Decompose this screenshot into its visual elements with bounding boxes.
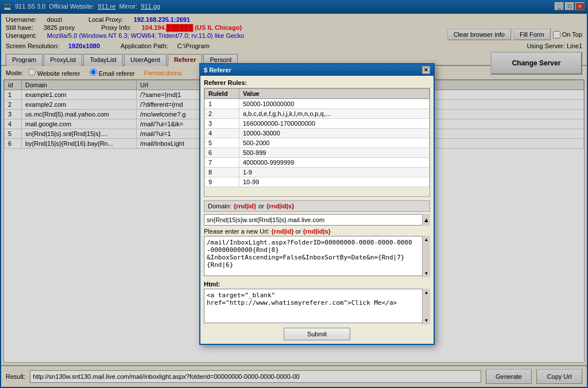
rule-row[interactable]: 5 500-2000	[205, 138, 430, 148]
referer-modal: $ Referer ✕ Referer Rules: RuleId Value	[199, 63, 435, 345]
domain-or: or	[258, 203, 264, 209]
rule-row[interactable]: 8 1-9	[205, 168, 430, 177]
rule-row[interactable]: 6 500-999	[205, 148, 430, 158]
rule-row[interactable]: 3 1660000000-1700000000	[205, 119, 430, 129]
url-textarea[interactable]	[204, 236, 430, 276]
url-or: or	[296, 228, 301, 235]
rule-row[interactable]: 4 10000-30000	[205, 129, 430, 138]
modal-body: Referer Rules: RuleId Value	[200, 76, 434, 344]
url-rnd-id: {rnd|id}	[271, 228, 293, 235]
url-scrollbar[interactable]: ▲ ▼	[422, 236, 430, 277]
url-label-row: Please enter a new Url: {rnd|id} or {rnd…	[204, 228, 430, 235]
referer-rules-label: Referer Rules:	[204, 79, 430, 86]
modal-overlay: $ Referer ✕ Referer Rules: RuleId Value	[0, 0, 588, 388]
html-textarea-wrapper: ▲ ▼	[204, 289, 430, 324]
domain-scroll-indicator: ▲	[422, 214, 430, 226]
rule-row[interactable]: 2 a,b,c,d,e,f,g,h,i,j,k,l,m,n,o,p,q,...	[205, 109, 430, 119]
rules-table-container: RuleId Value 1 50000-100000000	[204, 88, 430, 197]
domain-row: Domain: {rnd|id} or {rnd|id|s}	[204, 200, 430, 212]
domain-input[interactable]	[204, 214, 430, 226]
domain-rnd-id: {rnd|id}	[234, 203, 256, 209]
rules-scroll[interactable]: 1 50000-100000000 2 a,b,c,d,e,f,g,h,i,j,…	[204, 99, 430, 191]
submit-button[interactable]: Submit	[284, 328, 350, 340]
domain-rnd-id-s: {rnd|id|s}	[266, 203, 294, 209]
rule-row[interactable]: 1 50000-100000000	[205, 99, 430, 109]
url-label: Please enter a new Url:	[204, 228, 269, 235]
html-scrollbar[interactable]: ▲ ▼	[422, 289, 430, 324]
domain-label: Domain:	[208, 203, 231, 209]
modal-title: $ Referer	[204, 67, 231, 73]
rules-table: RuleId Value	[204, 88, 430, 99]
rules-data-table: 1 50000-100000000 2 a,b,c,d,e,f,g,h,i,j,…	[204, 99, 430, 187]
modal-close-button[interactable]: ✕	[422, 66, 430, 74]
html-label: Html:	[204, 281, 430, 288]
col-value: Value	[239, 89, 430, 99]
col-ruleid: RuleId	[205, 89, 239, 99]
domain-input-wrapper: ▲	[204, 214, 430, 226]
rule-row[interactable]: 7 4000000-9999999	[205, 158, 430, 168]
html-textarea[interactable]	[204, 289, 430, 323]
url-rnd-id-s: {rnd|id|s}	[303, 228, 330, 235]
url-textarea-wrapper: ▲ ▼	[204, 236, 430, 277]
modal-title-bar: $ Referer ✕	[200, 64, 434, 76]
rule-row[interactable]: 9 10-99	[205, 177, 430, 187]
